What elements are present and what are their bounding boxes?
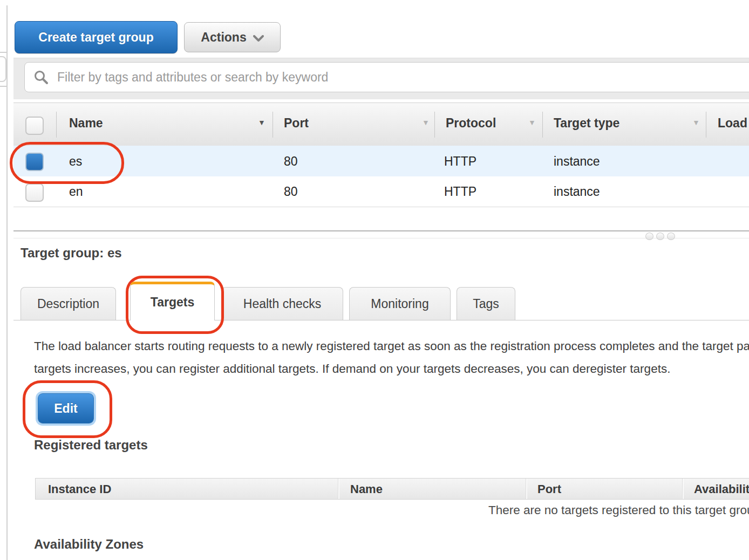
tab-health-checks[interactable]: Health checks [221, 287, 343, 320]
cell-name: es [69, 154, 82, 168]
left-pane-border [6, 5, 8, 560]
detail-pane-title: Target group: es [21, 245, 122, 261]
sort-icon-target-type[interactable]: ▼ [692, 118, 700, 127]
left-pane-fragment [0, 56, 6, 82]
sort-icon-protocol[interactable]: ▼ [528, 118, 536, 127]
cell-target-type: instance [554, 154, 600, 168]
drag-handle-icon[interactable] [645, 233, 653, 240]
search-icon [33, 70, 49, 85]
column-header-target-type[interactable]: Target type [554, 116, 619, 131]
rt-column-name: Name [350, 482, 383, 496]
target-groups-table-header: Name ▼ Port ▼ Protocol ▼ Target type ▼ L… [13, 103, 749, 147]
filter-search-input[interactable] [56, 70, 749, 85]
drag-handle-icon[interactable] [667, 233, 675, 240]
registered-targets-empty-message: There are no targets registered to this … [488, 503, 749, 517]
row-checkbox-es[interactable] [25, 153, 44, 171]
actions-dropdown-button[interactable]: Actions [184, 22, 281, 52]
filter-search-box[interactable] [24, 62, 749, 92]
left-pane-divider [0, 86, 8, 87]
sort-icon-port[interactable]: ▼ [422, 118, 430, 127]
left-pane-divider [0, 52, 6, 53]
tab-strip-baseline [13, 320, 749, 320]
cell-port: 80 [284, 154, 298, 168]
column-header-port[interactable]: Port [284, 116, 309, 131]
tab-tags[interactable]: Tags [457, 287, 515, 320]
drag-handle-icon[interactable] [656, 233, 664, 240]
cell-port: 80 [284, 185, 298, 199]
column-header-name[interactable]: Name [69, 116, 103, 131]
targets-description-line2: targets increases, you can register addi… [34, 362, 670, 376]
rt-column-instance-id: Instance ID [48, 482, 111, 496]
sort-icon-name[interactable]: ▼ [258, 118, 265, 127]
pane-splitter[interactable] [13, 230, 749, 231]
edit-button[interactable]: Edit [38, 393, 94, 424]
table-row-en[interactable]: en 80 HTTP instance [13, 176, 749, 207]
chevron-down-icon [253, 31, 264, 45]
cell-target-type: instance [554, 185, 600, 199]
row-checkbox-en[interactable] [25, 183, 44, 202]
column-header-load-balancer[interactable]: Load balancer [718, 116, 749, 131]
create-target-group-button[interactable]: Create target group [15, 21, 178, 53]
target-groups-page: { "toolbar": { "create_label": "Create t… [0, 0, 749, 560]
cell-protocol: HTTP [444, 154, 476, 168]
registered-targets-heading: Registered targets [34, 438, 148, 453]
availability-zones-heading: Availability Zones [34, 537, 144, 552]
targets-description-line1: The load balancer starts routing request… [34, 339, 749, 353]
tab-targets[interactable]: Targets [130, 282, 215, 320]
actions-button-label: Actions [201, 30, 246, 45]
select-all-checkbox[interactable] [25, 117, 44, 135]
tab-description[interactable]: Description [21, 287, 116, 320]
table-row-es[interactable]: es 80 HTTP instance [13, 146, 749, 176]
tab-monitoring[interactable]: Monitoring [349, 287, 451, 320]
cell-protocol: HTTP [444, 185, 476, 199]
cell-name: en [69, 185, 83, 199]
rt-column-availability-zone: Availability Zone [694, 482, 749, 496]
column-header-protocol[interactable]: Protocol [446, 116, 496, 131]
registered-targets-table-header: Instance ID Name Port Availability Zone [35, 478, 749, 500]
rt-column-port: Port [537, 482, 561, 496]
